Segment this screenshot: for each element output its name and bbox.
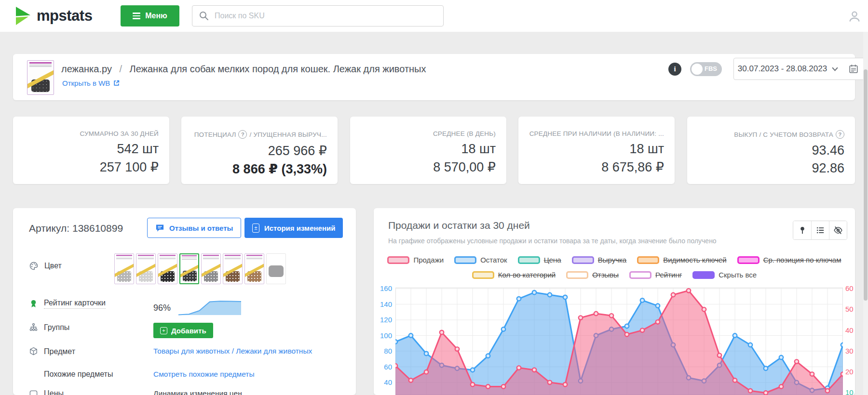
legend-item[interactable]: Цена bbox=[518, 256, 561, 264]
legend-label: Кол-во категорий bbox=[498, 271, 556, 279]
similar-items-link[interactable]: Смотреть похожие предметы bbox=[153, 370, 255, 379]
legend-label: Ср. позиция по ключам bbox=[763, 256, 841, 264]
brand-name: mpstats bbox=[37, 7, 92, 25]
left-axis-tick: 140 bbox=[374, 300, 392, 308]
legend-label: Остаток bbox=[480, 256, 507, 264]
chart-plot-area[interactable] bbox=[395, 288, 843, 395]
reviews-button[interactable]: Отзывы и ответы bbox=[147, 218, 241, 238]
history-button[interactable]: ± История изменений bbox=[244, 218, 343, 238]
brand-logo[interactable]: mpstats bbox=[14, 6, 92, 26]
product-title-row: лежанка.ру / Лежанка для собак мелких по… bbox=[61, 64, 426, 75]
calendar-icon bbox=[848, 64, 859, 74]
legend-item[interactable]: Ср. позиция по ключам bbox=[737, 256, 841, 264]
legend-swatch-icon bbox=[572, 256, 594, 264]
product-thumbnail[interactable] bbox=[27, 60, 54, 95]
legend-item[interactable]: Отзывы bbox=[566, 271, 619, 279]
prices-link[interactable]: Динамика изменения цен bbox=[153, 389, 242, 395]
legend-item[interactable]: Скрыть все bbox=[692, 271, 757, 279]
color-thumb[interactable] bbox=[201, 253, 221, 284]
legend-item[interactable]: Рейтинг bbox=[629, 271, 682, 279]
stat-label-2: / УПУЩЕННАЯ ВЫРУЧ... bbox=[249, 131, 327, 138]
legend-item[interactable]: Остаток bbox=[454, 256, 507, 264]
date-range-picker[interactable]: 30.07.2023 - 28.08.2023 bbox=[733, 58, 842, 80]
prices-row: Цены Динамика изменения цен bbox=[29, 389, 347, 395]
eye-off-icon bbox=[833, 225, 843, 235]
rating-row: Рейтинг карточки 96% bbox=[29, 299, 347, 309]
stat-value-revenue: 8 570,00 ₽ bbox=[359, 159, 496, 175]
info-icon[interactable]: i bbox=[668, 63, 681, 76]
stat-card-average: СРЕДНЕЕ (В ДЕНЬ) 18 шт 8 570,00 ₽ bbox=[350, 117, 506, 184]
color-variants bbox=[114, 253, 286, 284]
legend-item[interactable]: Продажи bbox=[387, 256, 444, 264]
pin-markers-button[interactable] bbox=[793, 221, 811, 239]
legend-swatch-icon bbox=[737, 256, 760, 264]
color-thumb[interactable] bbox=[179, 253, 199, 284]
menu-icon bbox=[133, 13, 140, 19]
product-header: лежанка.ру / Лежанка для собак мелких по… bbox=[13, 54, 855, 100]
stat-label: ПОТЕНЦИАЛ bbox=[194, 131, 236, 138]
calendar-button[interactable] bbox=[842, 58, 865, 80]
fbs-toggle[interactable]: FBS bbox=[690, 62, 722, 76]
history-icon: ± bbox=[252, 224, 259, 233]
legend-swatch-icon bbox=[629, 271, 651, 279]
subject-label: Предмет bbox=[44, 347, 75, 356]
legend-item[interactable]: Видимость ключей bbox=[637, 256, 726, 264]
legend-label: Рейтинг bbox=[655, 271, 682, 279]
subject-row: Предмет Товары для животных / Лежаки для… bbox=[29, 347, 347, 356]
subject-category-link[interactable]: Товары для животных / Лежаки для животны… bbox=[153, 347, 312, 356]
chart-legend-row-1: ПродажиОстатокЦенаВыручкаВидимость ключе… bbox=[374, 256, 855, 264]
legend-label: Видимость ключей bbox=[663, 256, 726, 264]
hide-series-button[interactable] bbox=[829, 221, 847, 239]
product-details-panel: Артикул: 138610899 Отзывы и ответы ± Ист… bbox=[13, 208, 356, 395]
legend-list-button[interactable] bbox=[811, 221, 829, 239]
prices-label: Цены bbox=[44, 389, 64, 395]
stat-value-potential: 265 966 ₽ bbox=[190, 143, 327, 158]
groups-label: Группы bbox=[44, 323, 69, 332]
color-thumb[interactable] bbox=[114, 253, 134, 284]
product-title: Лежанка для собак мелких пород для кошек… bbox=[130, 64, 426, 74]
similar-label: Похожие предметы bbox=[44, 370, 113, 379]
stat-label: СРЕДНЕЕ ПРИ НАЛИЧИИ (В НАЛИЧИИ: ... bbox=[527, 130, 664, 137]
open-in-wb-link[interactable]: Открыть в WB bbox=[62, 79, 120, 87]
help-icon[interactable]: ? bbox=[836, 130, 844, 139]
legend-item[interactable]: Выручка bbox=[572, 256, 627, 264]
history-button-label: История изменений bbox=[264, 224, 335, 232]
search-input[interactable] bbox=[214, 11, 436, 21]
scrollbar-track[interactable] bbox=[863, 32, 868, 395]
stat-value-revenue: 257 100 ₽ bbox=[22, 159, 159, 175]
extra-axis-tick: 10 bbox=[845, 388, 855, 395]
external-link-icon bbox=[113, 79, 120, 87]
color-thumb[interactable] bbox=[158, 253, 177, 284]
legend-item[interactable]: Кол-во категорий bbox=[472, 271, 556, 279]
stat-label: СУММАРНО ЗА 30 ДНЕЙ bbox=[22, 130, 159, 137]
plus-icon: + bbox=[160, 327, 167, 334]
color-thumb[interactable] bbox=[244, 253, 264, 284]
color-thumb[interactable] bbox=[136, 253, 156, 284]
stat-card-buyout: ВЫКУП / С УЧЕТОМ ВОЗВРАТА ? 93.46 92.86 bbox=[687, 117, 855, 184]
right-axis-tick: 60 bbox=[845, 284, 855, 292]
sku-search bbox=[192, 5, 444, 26]
scrollbar-thumb[interactable] bbox=[864, 69, 868, 301]
toggle-knob bbox=[692, 64, 703, 75]
legend-label: Скрыть все bbox=[719, 271, 757, 279]
add-group-label: Добавить bbox=[171, 327, 206, 335]
left-axis-tick: 160 bbox=[374, 284, 392, 292]
color-thumb[interactable] bbox=[266, 253, 286, 284]
fbs-label: FBS bbox=[705, 65, 717, 72]
chevron-down-icon bbox=[832, 67, 838, 71]
pin-icon bbox=[798, 226, 807, 235]
stat-value-lost: 8 866 ₽ (3,33%) bbox=[190, 161, 327, 177]
legend-swatch-icon bbox=[692, 271, 715, 279]
stat-value-buyout: 93.46 bbox=[696, 143, 844, 158]
chat-icon bbox=[155, 224, 164, 233]
menu-button[interactable]: Меню bbox=[121, 5, 179, 26]
color-thumb[interactable] bbox=[223, 253, 243, 284]
chart-legend-row-2: Кол-во категорийОтзывыРейтингСкрыть все bbox=[374, 271, 855, 279]
legend-swatch-icon bbox=[566, 271, 588, 279]
groups-row: Группы + Добавить bbox=[29, 323, 347, 332]
cube-icon bbox=[29, 347, 38, 356]
help-icon[interactable]: ? bbox=[238, 130, 247, 139]
add-group-button[interactable]: + Добавить bbox=[153, 323, 213, 338]
legend-swatch-icon bbox=[637, 256, 659, 264]
user-icon[interactable] bbox=[848, 10, 861, 23]
